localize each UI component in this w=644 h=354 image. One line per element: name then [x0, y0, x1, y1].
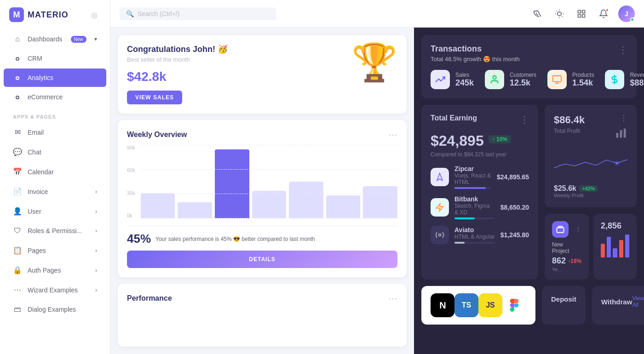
mini-bar-4 — [619, 240, 623, 257]
content-area: Congratulations John! 🥳 Best seller of t… — [110, 28, 644, 354]
view-all-link[interactable]: View All — [632, 295, 644, 308]
stat-sales-value: 245k — [455, 78, 474, 88]
bell-icon[interactable] — [596, 6, 611, 21]
bitbank-icon — [431, 198, 449, 217]
wizard-icon: ⋯ — [13, 285, 22, 294]
search-box[interactable]: 🔍 Search (Ctrl+/) — [120, 7, 276, 20]
sidebar-item-analytics[interactable]: Analytics — [4, 69, 106, 87]
stat-sales: Sales 245k — [431, 70, 474, 89]
congrats-title: Congratulations John! 🥳 — [127, 44, 228, 54]
figma-logo — [502, 293, 526, 317]
earning-item-bitbank: Bitbank Sketch, Figma & XD $8,650.20 — [431, 195, 529, 219]
sidebar-item-wizard[interactable]: ⋯ Wizard Examples › — [4, 280, 106, 299]
aviato-sub: HTML & Angular — [454, 234, 495, 240]
weekly-percentage: 45% — [127, 232, 151, 246]
dot-icon — [13, 74, 22, 82]
sidebar-item-label: Wizard Examples — [28, 286, 78, 294]
sidebar-item-dashboards[interactable]: ⌂ Dashboards New ▾ — [4, 30, 106, 48]
sidebar-item-chat[interactable]: 💬 Chat — [4, 143, 106, 161]
sidebar-item-dialog[interactable]: 🗃 Dialog Examples — [4, 300, 106, 319]
sidebar-item-invoice[interactable]: 📄 Invoice › — [4, 182, 106, 201]
sidebar-item-auth[interactable]: 🔒 Auth Pages › — [4, 261, 106, 280]
earning-menu-icon[interactable]: ⋮ — [520, 114, 529, 125]
bitbank-info: Bitbank Sketch, Figma & XD — [454, 195, 495, 219]
sidebar-item-label: Calendar — [28, 168, 54, 176]
home-icon: ⌂ — [13, 35, 22, 43]
menu-dots-icon[interactable]: ⋯ — [388, 129, 397, 140]
menu-dots-icon[interactable]: ⋮ — [575, 226, 581, 233]
svg-rect-19 — [616, 133, 619, 138]
grid-icon[interactable] — [574, 6, 589, 21]
chevron-right-icon: › — [95, 247, 97, 254]
avatar[interactable]: J — [618, 6, 635, 22]
stat-products: Products 1.54k — [547, 70, 594, 89]
withdraw-card: Withdraw View All — [592, 286, 644, 325]
sidebar: M MATERIO ◎ ⌂ Dashboards New ▾ CRM Analy… — [0, 0, 110, 354]
brightness-icon[interactable] — [552, 6, 567, 21]
sidebar-item-roles[interactable]: 🛡 Roles & Permissi... › — [4, 222, 106, 240]
details-button[interactable]: DETAILS — [127, 251, 397, 268]
sidebar-item-crm[interactable]: CRM — [4, 49, 106, 68]
earning-amount-row: $24,895 ↑ 10% — [431, 129, 529, 149]
view-sales-button[interactable]: VIEW SALES — [127, 91, 182, 104]
bitbank-amount: $8,650.20 — [500, 204, 529, 211]
main-area: 🔍 Search (Ctrl+/) J — [110, 0, 644, 354]
typescript-logo: TS — [454, 293, 478, 317]
svg-rect-20 — [620, 130, 622, 137]
chart-bar-icon — [615, 126, 627, 139]
search-icon: 🔍 — [126, 10, 134, 17]
svg-rect-12 — [553, 76, 561, 82]
chart-label-30k: 30k — [127, 190, 135, 196]
svg-point-11 — [493, 76, 496, 79]
chevron-down-icon: ▾ — [94, 36, 97, 42]
sidebar-item-calendar[interactable]: 📅 Calendar — [4, 162, 106, 181]
performance-title: Performance — [127, 294, 172, 303]
bitbank-name: Bitbank — [454, 195, 495, 203]
panel-right: Transactions Total 48.5% growth 😍 this m… — [414, 28, 644, 354]
bar-3 — [215, 149, 249, 218]
chevron-right-icon: › — [95, 267, 97, 274]
earning-item-aviato: Aviato HTML & Angular $1,245.80 — [431, 226, 529, 244]
sidebar-item-email[interactable]: ✉ Email — [4, 123, 106, 142]
svg-marker-16 — [437, 173, 443, 181]
topbar: 🔍 Search (Ctrl+/) J — [110, 0, 644, 28]
stat-revenue-label: Revenue — [630, 72, 644, 78]
stat-products-label: Products — [572, 72, 594, 78]
invoice-icon: 📄 — [13, 187, 22, 196]
sidebar-item-label: Dashboards — [28, 35, 63, 43]
earning-amount: $24,895 — [431, 132, 484, 149]
transactions-menu-icon[interactable]: ⋮ — [618, 44, 627, 55]
weekly-description: Your sales performance is 45% 😎 better c… — [155, 236, 315, 242]
bitbank-progress-bar — [454, 217, 495, 219]
notification-dot — [605, 8, 609, 12]
menu-dots-icon[interactable]: ⋮ — [620, 114, 627, 123]
aviato-icon — [431, 226, 449, 244]
aviato-amount: $1,245.80 — [500, 231, 529, 239]
zipcar-info: Zipcar Vuejs, React & HTML — [454, 165, 491, 189]
sidebar-pin-icon[interactable]: ◎ — [88, 8, 101, 21]
sidebar-item-label: CRM — [28, 55, 42, 62]
bar-chart-area — [141, 145, 397, 218]
search-placeholder: Search (Ctrl+/) — [138, 10, 179, 17]
svg-line-4 — [562, 16, 562, 17]
chart-label-60k: 60k — [127, 167, 135, 173]
weekly-profit-badge: +42% — [579, 185, 598, 192]
chevron-right-icon: › — [95, 228, 97, 234]
stat-revenue: Revenue $88k — [605, 70, 644, 89]
stat-customers: Customers 12.5k — [485, 70, 536, 89]
sidebar-item-pages[interactable]: 📋 Pages › — [4, 241, 106, 260]
svg-rect-7 — [578, 10, 581, 13]
translate-icon[interactable] — [530, 6, 545, 21]
sidebar-item-ecommerce[interactable]: eCommerce — [4, 88, 106, 106]
sidebar-item-user[interactable]: 👤 User › — [4, 202, 106, 221]
weekly-header: Weekly Overview ⋯ — [127, 129, 397, 140]
new-project-icon — [552, 221, 569, 238]
sidebar-item-label: Chat — [28, 148, 41, 156]
transactions-card: Transactions Total 48.5% growth 😍 this m… — [421, 35, 637, 98]
right-mini-cards: $86.4k Total Profit ⋮ — [545, 105, 637, 280]
earning-item-zipcar: Zipcar Vuejs, React & HTML $24,895.65 — [431, 165, 529, 189]
logo-text: MATERIO — [28, 10, 69, 20]
bar-7 — [363, 186, 397, 218]
stat-sales-label: Sales — [455, 72, 474, 78]
menu-dots-icon[interactable]: ⋯ — [388, 293, 397, 304]
